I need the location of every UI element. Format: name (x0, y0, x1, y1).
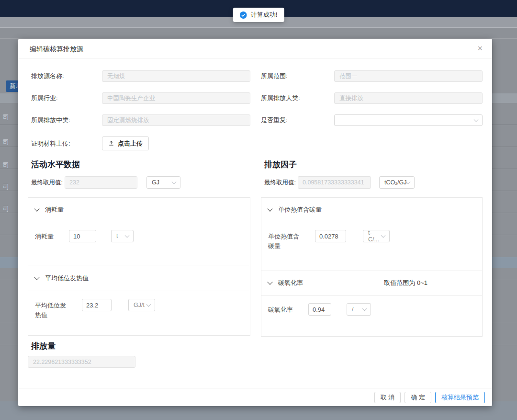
dialog-title: 编辑碳核算排放源 (30, 45, 83, 53)
factor-section: 排放因子 最终取用值: tCO₂/GJ 单位热值含 (261, 159, 483, 368)
chevron-down-icon (172, 180, 177, 184)
field-label: 证明材料上传: (31, 139, 102, 148)
heat-value-panel-body: 平均低位发热值 GJ/t (28, 291, 250, 335)
heat-value-panel-header[interactable]: 平均低位发热值 (28, 265, 250, 291)
consumption-panel: 消耗量 消耗量 t (28, 197, 250, 265)
heat-value-input[interactable] (82, 299, 112, 311)
emission-result-input (28, 356, 135, 368)
panel-title: 平均低位发热值 (45, 274, 89, 283)
factor-unit-select[interactable]: tCO₂/GJ (379, 176, 415, 189)
field-upload: 证明材料上传: 点击上传 (31, 136, 250, 150)
table-row: 司 (3, 204, 15, 213)
oxidation-rate-unit-select[interactable]: / (347, 303, 371, 316)
category-mid-input (102, 114, 250, 126)
factor-panels: 单位热值含碳量 单位热值含碳量 t-C/... (261, 197, 483, 337)
basic-form: 排放源名称: 所属范围: 所属行业: 所属排放大类: 所属排放中类: (28, 70, 483, 150)
carbon-content-unit-select[interactable]: t-C/... (363, 230, 390, 242)
range-hint: 取值范围为 0~1 (384, 279, 427, 287)
table-row: 司 (3, 182, 15, 191)
industry-input (102, 92, 250, 104)
field-industry: 所属行业: (31, 92, 250, 104)
field-category-major: 所属排放大类: (261, 92, 483, 104)
result-preview-button[interactable]: 核算结果预览 (435, 392, 485, 403)
heat-value-panel: 平均低位发热值 平均低位发热值 GJ/t (28, 265, 250, 336)
activity-final-input (65, 176, 137, 189)
field-label: 所属范围: (261, 72, 334, 80)
row-label: 碳氧化率 (268, 303, 302, 315)
oxidation-rate-input[interactable] (308, 303, 331, 316)
carbon-content-panel: 单位热值含碳量 单位热值含碳量 t-C/... (261, 197, 483, 271)
oxidation-rate-panel-header[interactable]: 碳氧化率 取值范围为 0~1 (261, 271, 482, 295)
factor-final-input (298, 176, 371, 189)
activity-section: 活动水平数据 最终取用值: GJ 消耗量 (28, 159, 250, 368)
edit-emission-source-dialog: 编辑碳核算排放源 × 排放源名称: 所属范围: 所属行业: 所属排放大类: (18, 39, 492, 406)
chevron-down-icon (362, 306, 367, 311)
source-name-input (102, 70, 250, 82)
carbon-content-unit-value: t-C/... (368, 229, 379, 243)
emission-heading: 排放量 (31, 341, 250, 352)
table-row: 司 (3, 113, 15, 122)
carbon-content-panel-body: 单位热值含碳量 t-C/... (261, 222, 482, 271)
row-label: 单位热值含碳量 (268, 230, 302, 250)
consumption-panel-header[interactable]: 消耗量 (28, 198, 250, 222)
duplicate-select[interactable] (334, 114, 483, 126)
screen: 新增 司 司 司 司 司 计算成功! 编辑碳核算排放源 × 排放源名称: 所属范… (0, 0, 517, 420)
field-duplicate: 是否重复: (261, 114, 483, 126)
chevron-down-icon (146, 302, 151, 307)
field-source-name: 排放源名称: (31, 70, 250, 82)
chevron-down-icon (125, 233, 130, 238)
dialog-body: 排放源名称: 所属范围: 所属行业: 所属排放大类: 所属排放中类: (18, 70, 492, 368)
collapse-chevron-icon (267, 206, 272, 211)
activity-panels: 消耗量 消耗量 t (28, 197, 250, 336)
carbon-content-input[interactable] (315, 230, 346, 242)
category-major-input (334, 92, 483, 104)
upload-icon (108, 140, 114, 148)
upload-button[interactable]: 点击上传 (102, 136, 149, 150)
upload-button-label: 点击上传 (118, 139, 143, 148)
oxidation-rate-unit-value: / (352, 306, 353, 313)
success-toast: 计算成功! (233, 8, 284, 22)
toast-message: 计算成功! (251, 11, 278, 19)
oxidation-rate-panel: 碳氧化率 取值范围为 0~1 碳氧化率 / (261, 271, 483, 337)
final-value-label: 最终取用值: (264, 179, 298, 187)
data-sections: 活动水平数据 最终取用值: GJ 消耗量 (28, 159, 483, 368)
activity-final-row: 最终取用值: GJ (31, 176, 250, 189)
row-label: 消耗量 (35, 230, 56, 241)
factor-unit-value: tCO₂/GJ (384, 179, 407, 186)
heat-value-unit-select[interactable]: GJ/t (128, 299, 155, 311)
cancel-button[interactable]: 取 消 (374, 392, 401, 403)
oxidation-rate-panel-body: 碳氧化率 / (261, 295, 482, 336)
consumption-panel-body: 消耗量 t (28, 222, 250, 265)
field-label: 所属排放大类: (261, 94, 334, 102)
factor-final-row: 最终取用值: tCO₂/GJ (264, 176, 483, 189)
field-label: 所属行业: (31, 94, 102, 102)
collapse-chevron-icon (267, 279, 272, 284)
field-label: 是否重复: (261, 116, 334, 125)
heat-value-unit-value: GJ/t (134, 302, 145, 308)
consumption-input[interactable] (69, 230, 96, 242)
dialog-header: 编辑碳核算排放源 × (18, 39, 492, 58)
empty-cell (261, 136, 483, 150)
row-label: 平均低位发热值 (35, 299, 68, 319)
panel-title: 单位热值含碳量 (278, 205, 322, 214)
consumption-unit-value: t (116, 233, 118, 239)
dialog-footer: 取 消 确 定 核算结果预览 (18, 388, 492, 406)
close-icon[interactable]: × (477, 39, 483, 58)
ok-button[interactable]: 确 定 (405, 392, 431, 403)
final-value-label: 最终取用值: (31, 179, 65, 187)
consumption-unit-select[interactable]: t (111, 230, 134, 242)
panel-title: 消耗量 (45, 205, 64, 214)
field-label: 所属排放中类: (31, 116, 102, 125)
check-circle-icon (240, 11, 247, 19)
field-scope: 所属范围: (261, 70, 483, 82)
carbon-content-panel-header[interactable]: 单位热值含碳量 (261, 198, 482, 222)
panel-title: 碳氧化率 (278, 279, 303, 287)
activity-unit-select[interactable]: GJ (146, 176, 180, 189)
field-label: 排放源名称: (31, 72, 102, 80)
factor-heading: 排放因子 (264, 159, 483, 170)
table-row: 司 (3, 161, 15, 170)
table-row: 司 (3, 138, 15, 147)
activity-heading: 活动水平数据 (31, 159, 250, 170)
chevron-down-icon (381, 233, 386, 238)
scope-input (334, 70, 483, 82)
